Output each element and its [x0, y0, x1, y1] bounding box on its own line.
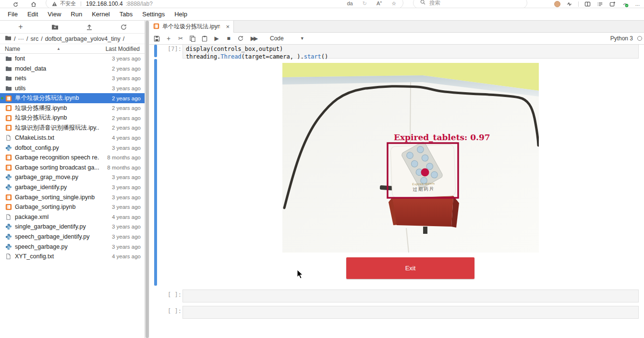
folder-icon — [5, 55, 12, 62]
ipynb-icon — [5, 105, 12, 112]
detection-label: Expired_tablets: 0.97 — [394, 133, 490, 142]
file-row[interactable]: 垃圾分拣播报.ipynb2 years ago — [0, 103, 145, 113]
cell-collapser[interactable] — [154, 45, 157, 57]
file-modified-date: 3 years ago — [99, 194, 141, 200]
tab-title: 单个垃圾分拣玩法.ipynb — [162, 23, 220, 31]
py-icon — [5, 233, 12, 240]
notebook-content: [7]: display(controls_box,output) thread… — [149, 45, 644, 338]
file-row[interactable]: dofbot_config.py3 years ago — [0, 143, 145, 153]
sort-ascending-icon[interactable]: ▲ — [57, 47, 61, 51]
empty-cell-1[interactable] — [182, 290, 639, 302]
new-folder-icon[interactable] — [51, 23, 60, 31]
browser-refresh-icon[interactable] — [12, 0, 19, 8]
folder-icon — [5, 65, 12, 72]
menu-run[interactable]: Run — [66, 11, 87, 18]
folder-icon — [5, 85, 12, 92]
empty-cell-2[interactable] — [182, 306, 639, 319]
new-launcher-icon[interactable]: + — [16, 23, 25, 31]
breadcrumb-part: / — [123, 36, 124, 42]
split-screen-icon[interactable] — [584, 0, 591, 8]
kernel-status-icon[interactable] — [637, 36, 642, 41]
translate-icon[interactable]: da — [347, 1, 352, 6]
file-name: CMakeLists.txt — [15, 134, 99, 141]
menu-settings[interactable]: Settings — [137, 11, 170, 18]
reload-faded-icon[interactable]: ↻ — [363, 1, 367, 6]
breadcrumb-part[interactable]: src — [30, 36, 38, 42]
menu-help[interactable]: Help — [170, 11, 192, 18]
file-row[interactable]: CMakeLists.txt4 years ago — [0, 133, 145, 143]
file-row[interactable]: garbage_grap_move.py3 years ago — [0, 172, 145, 182]
refresh-file-list-icon[interactable] — [120, 23, 128, 31]
menu-tabs[interactable]: Tabs — [115, 11, 137, 18]
file-row[interactable]: 单个垃圾分拣玩法.ipynb2 years ago — [0, 93, 145, 103]
breadcrumb-part[interactable]: dofbot_garbage_yolov4_tiny — [45, 36, 121, 42]
column-last-modified[interactable]: Last Modified — [96, 46, 140, 52]
file-name: Garbage_sorting_single.ipynb — [15, 194, 99, 201]
ipynb-icon — [5, 193, 12, 201]
cut-cells-icon[interactable]: ✂ — [177, 35, 184, 42]
file-browser-toolbar: + — [0, 21, 145, 34]
camera-output-image: Expired tablets 过期药片 Expired_tablets: 0.… — [282, 63, 539, 253]
cell-type-dropdown[interactable]: Code ▼ — [270, 35, 304, 42]
run-cell-icon[interactable]: ▶ — [213, 35, 220, 42]
file-row[interactable]: speech_garbage_identify.py3 years ago — [0, 232, 145, 242]
tab-close-icon[interactable]: × — [226, 23, 230, 30]
paste-cells-icon[interactable] — [201, 35, 208, 42]
menu-edit[interactable]: Edit — [23, 11, 43, 18]
file-row[interactable]: 垃圾分拣玩法.ipynb2 years ago — [0, 113, 145, 123]
code-cell-editor[interactable]: display(controls_box,output) threading.T… — [182, 45, 639, 59]
browser-home-icon[interactable] — [30, 0, 37, 8]
copy-cells-icon[interactable] — [189, 35, 196, 42]
file-row[interactable]: Garbage recognition speech re...8 months… — [0, 153, 145, 163]
notebook-tab[interactable]: 单个垃圾分拣玩法.ipynb × — [149, 21, 234, 33]
file-row[interactable]: Garbage sorting broadcast ga...8 months … — [0, 163, 145, 173]
stop-kernel-icon[interactable]: ■ — [225, 35, 232, 42]
file-name: 垃圾识别语音识别播报玩法.ipy... — [15, 124, 99, 132]
file-row[interactable]: XYT_config.txt4 years ago — [0, 252, 145, 262]
address-bar[interactable]: 不安全 192.168.100.4:8888/lab? da ↻ A" ☆ — [46, 0, 403, 8]
menu-view[interactable]: View — [43, 11, 66, 18]
restart-kernel-icon[interactable] — [237, 35, 244, 42]
password-check-icon[interactable] — [621, 0, 629, 8]
menu-file[interactable]: File — [3, 11, 23, 18]
py-icon — [5, 144, 12, 151]
file-row[interactable]: model_data2 years ago — [0, 64, 145, 74]
security-warning-icon[interactable] — [52, 0, 57, 8]
run-all-icon[interactable]: ▶▶ — [249, 35, 258, 42]
file-modified-date: 2 years ago — [99, 96, 141, 101]
file-browser-scrollbar[interactable] — [145, 21, 149, 338]
read-aloud-icon[interactable]: A" — [377, 1, 382, 6]
file-row[interactable]: nets3 years ago — [0, 73, 145, 84]
file-modified-date: 3 years ago — [99, 56, 141, 61]
column-name[interactable]: Name — [5, 46, 20, 52]
kernel-name[interactable]: Python 3 — [610, 35, 633, 42]
file-row[interactable]: Garbage_sorting_single.ipynb3 years ago — [0, 192, 145, 202]
file-name: font — [15, 55, 99, 62]
browser-search-box[interactable]: 搜索 — [413, 0, 527, 8]
menu-kernel[interactable]: Kernel — [87, 11, 115, 18]
file-row[interactable]: font3 years ago — [0, 54, 145, 64]
favorite-star-icon[interactable]: ☆ — [391, 1, 396, 6]
collections-icon[interactable] — [596, 0, 604, 8]
scrollbar-thumb[interactable] — [146, 21, 149, 338]
breadcrumb-part: ··· — [18, 36, 24, 42]
file-name: Garbage sorting broadcast ga... — [15, 164, 99, 171]
browser-essentials-icon[interactable] — [566, 0, 573, 8]
file-row[interactable]: Garbage_sorting.ipynb3 years ago — [0, 202, 145, 212]
exit-button[interactable]: Exit — [346, 257, 474, 279]
browser-menu-icon[interactable]: … — [634, 0, 641, 8]
file-row[interactable]: single_garbage_identify.py3 years ago — [0, 222, 145, 232]
add-tab-group-icon[interactable] — [609, 0, 616, 8]
file-row[interactable]: 垃圾识别语音识别播报玩法.ipy...2 years ago — [0, 123, 145, 133]
add-cell-icon[interactable]: + — [165, 35, 172, 42]
profile-avatar[interactable] — [554, 1, 560, 7]
output-collapser[interactable] — [154, 59, 157, 286]
py-icon — [5, 223, 12, 230]
save-icon[interactable] — [153, 35, 160, 42]
file-row[interactable]: speech_garbage.py3 years ago — [0, 241, 145, 252]
file-row[interactable]: utils3 years ago — [0, 84, 145, 94]
upload-icon[interactable] — [85, 23, 94, 31]
file-row[interactable]: package.xml4 years ago — [0, 212, 145, 222]
breadcrumb-home-icon[interactable] — [5, 35, 12, 42]
file-row[interactable]: garbage_identify.py3 years ago — [0, 182, 145, 193]
